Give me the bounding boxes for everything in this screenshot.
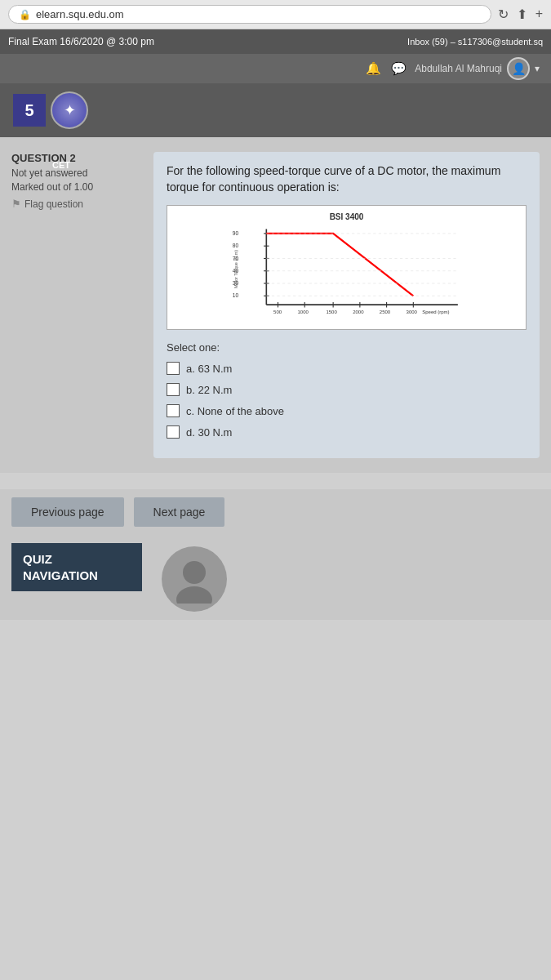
cet-label: CET — [52, 160, 70, 170]
svg-point-34 — [176, 586, 212, 604]
share-icon[interactable]: ⬆ — [517, 7, 527, 22]
browser-chrome: 🔒 elearn.squ.edu.om ↻ ⬆ + — [0, 0, 551, 29]
user-profile-avatar — [162, 546, 227, 612]
option-b-text: b. 22 N.m — [186, 384, 232, 396]
options-list: a. 63 N.m b. 22 N.m c. None of the above… — [167, 362, 527, 439]
exam-label: Final Exam 16/6/2020 @ 3:00 pm — [8, 36, 154, 47]
chart-svg: 90 80 70 40 30 10 Motor Torque (N.m) 500 — [174, 225, 519, 323]
top-nav: Final Exam 16/6/2020 @ 3:00 pm Inbox (59… — [0, 29, 551, 54]
browser-icons: ↻ ⬆ + — [498, 7, 543, 22]
logo-box: 5 ✦ CET — [13, 91, 88, 129]
option-b[interactable]: b. 22 N.m — [167, 383, 527, 396]
checkbox-a[interactable] — [167, 362, 180, 375]
question-number: QUESTION 2 — [11, 152, 142, 164]
flag-icon: ⚑ — [11, 198, 21, 210]
svg-text:2500: 2500 — [380, 310, 391, 314]
option-d[interactable]: d. 30 N.m — [167, 425, 527, 439]
svg-text:500: 500 — [273, 310, 282, 314]
option-c[interactable]: c. None of the above — [167, 404, 527, 417]
bell-icon[interactable]: 🔔 — [366, 61, 381, 76]
user-name: Abdullah Al Mahruqi — [415, 63, 502, 74]
exam-info: Final Exam 16/6/2020 @ 3:00 pm — [8, 36, 399, 47]
previous-page-button[interactable]: Previous page — [11, 497, 124, 527]
svg-text:3000: 3000 — [407, 310, 418, 314]
svg-text:90: 90 — [233, 230, 239, 236]
svg-text:10: 10 — [233, 293, 239, 299]
svg-point-33 — [183, 561, 206, 584]
inbox-text: Inbox (59) – s117306@student.sq — [407, 37, 543, 47]
question-sidebar: QUESTION 2 Not yet answered Marked out o… — [11, 152, 142, 458]
quiz-nav-section: QUIZNAVIGATION — [0, 535, 551, 620]
logo-text: 5 — [24, 101, 33, 120]
chat-icon[interactable]: 💬 — [391, 61, 407, 76]
logo-square: 5 — [13, 94, 46, 127]
dropdown-arrow[interactable]: ▾ — [535, 63, 540, 74]
option-c-text: c. None of the above — [186, 405, 284, 417]
svg-text:1000: 1000 — [298, 310, 309, 314]
chart-container: BSI 3400 90 80 70 40 30 — [167, 205, 527, 330]
user-section: Abdullah Al Mahruqi 👤 ▾ — [415, 57, 540, 80]
option-d-text: d. 30 N.m — [186, 426, 232, 439]
question-content: For the following speed-torque curve of … — [153, 152, 540, 458]
option-a-text: a. 63 N.m — [186, 363, 232, 375]
question-text: For the following speed-torque curve of … — [167, 163, 527, 195]
svg-text:2000: 2000 — [353, 310, 364, 314]
select-one-label: Select one: — [167, 341, 527, 354]
flag-question-button[interactable]: ⚑ Flag question — [11, 198, 142, 210]
flag-label: Flag question — [24, 198, 83, 210]
quiz-navigation-box: QUIZNAVIGATION — [11, 543, 142, 591]
inbox-info: Inbox (59) – s117306@student.sq — [407, 37, 543, 47]
url-text: elearn.squ.edu.om — [36, 8, 124, 20]
new-tab-icon[interactable]: + — [535, 7, 543, 22]
quiz-nav-title: QUIZNAVIGATION — [23, 552, 98, 582]
nav-buttons: Previous page Next page — [0, 489, 551, 535]
svg-text:80: 80 — [233, 243, 239, 249]
checkbox-b[interactable] — [167, 383, 180, 396]
notification-bar: 🔔 💬 Abdullah Al Mahruqi 👤 ▾ — [0, 54, 551, 83]
question-status: Not yet answered — [11, 167, 142, 179]
checkbox-c[interactable] — [167, 404, 180, 417]
main-content: QUESTION 2 Not yet answered Marked out o… — [0, 137, 551, 473]
user-avatar[interactable]: 👤 — [507, 57, 530, 80]
user-avatar-svg — [170, 555, 219, 604]
address-bar[interactable]: 🔒 elearn.squ.edu.om — [8, 5, 491, 24]
svg-text:1500: 1500 — [326, 310, 337, 314]
svg-text:Speed (rpm): Speed (rpm) — [422, 310, 449, 314]
option-a[interactable]: a. 63 N.m — [167, 362, 527, 375]
svg-text:Motor Torque (N.m): Motor Torque (N.m) — [233, 250, 238, 288]
question-marks: Marked out of 1.00 — [11, 181, 142, 193]
site-header: 5 ✦ CET — [0, 83, 551, 137]
lock-icon: 🔒 — [19, 9, 31, 20]
logo-emblem: ✦ — [51, 91, 88, 129]
chart-title: BSI 3400 — [174, 212, 519, 221]
next-page-button[interactable]: Next page — [134, 497, 225, 527]
checkbox-d[interactable] — [167, 425, 180, 439]
reload-icon[interactable]: ↻ — [498, 7, 509, 22]
chart-area: 90 80 70 40 30 10 Motor Torque (N.m) 500 — [174, 225, 519, 323]
notification-icons: 🔔 💬 — [366, 61, 407, 76]
